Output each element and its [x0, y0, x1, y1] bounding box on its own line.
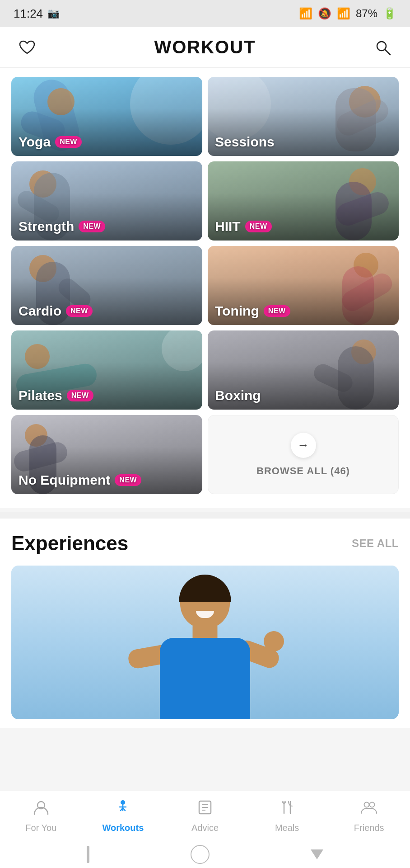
noequip-label: No Equipment NEW	[19, 472, 141, 488]
workout-grid: Yoga NEW Sessions	[11, 77, 399, 494]
experiences-title: Experiences	[11, 532, 128, 555]
friends-icon	[360, 799, 377, 820]
cardio-new-badge: NEW	[66, 305, 93, 317]
workout-card-pilates[interactable]: Pilates NEW	[11, 330, 202, 410]
strength-label: Strength NEW	[19, 219, 105, 234]
hiit-label: HIIT NEW	[215, 219, 272, 234]
svg-point-3	[121, 800, 125, 805]
experiences-section: Experiences SEE ALL	[0, 519, 410, 728]
bluetooth-icon: 📶	[299, 7, 312, 20]
workout-card-hiit[interactable]: HIIT NEW	[208, 161, 399, 241]
meals-icon	[279, 799, 296, 820]
strength-new-badge: NEW	[79, 221, 105, 232]
camera-icon: 📷	[47, 8, 60, 19]
mute-icon: 🔕	[318, 7, 331, 20]
nav-items: For You Workouts	[0, 791, 410, 841]
svg-line-1	[385, 49, 390, 55]
search-button[interactable]	[369, 34, 396, 61]
for-you-label: For You	[25, 823, 56, 833]
workouts-icon	[114, 799, 131, 820]
main-content: Yoga NEW Sessions	[0, 68, 410, 508]
favorite-button[interactable]	[14, 34, 41, 61]
bottom-nav: For You Workouts	[0, 791, 410, 868]
browse-all-card[interactable]: → BROWSE ALL (46)	[208, 415, 399, 494]
pilates-label: Pilates NEW	[19, 388, 93, 403]
wifi-icon: 📶	[337, 7, 350, 20]
nav-item-workouts[interactable]: Workouts	[82, 794, 164, 838]
workout-card-yoga[interactable]: Yoga NEW	[11, 77, 202, 156]
see-all-button[interactable]: SEE ALL	[352, 537, 399, 550]
experiences-card[interactable]	[11, 566, 399, 719]
workout-card-toning[interactable]: Toning NEW	[208, 246, 399, 325]
status-bar: 11:24 📷 📶 🔕 📶 87% 🔋	[0, 0, 410, 27]
friends-label: Friends	[354, 823, 384, 833]
nav-item-meals[interactable]: Meals	[246, 794, 328, 838]
status-time: 11:24	[14, 7, 43, 21]
browse-all-arrow-icon: →	[291, 433, 316, 458]
hiit-new-badge: NEW	[245, 221, 272, 232]
noequip-new-badge: NEW	[115, 474, 141, 486]
toning-label: Toning NEW	[215, 303, 290, 319]
nav-item-friends[interactable]: Friends	[328, 794, 410, 838]
cardio-label: Cardio NEW	[19, 303, 93, 319]
back-icon	[311, 849, 323, 859]
browse-all-label: BROWSE ALL (46)	[256, 465, 350, 477]
pilates-new-badge: NEW	[67, 390, 93, 401]
workout-card-noequip[interactable]: No Equipment NEW	[11, 415, 202, 494]
nav-item-advice[interactable]: Advice	[164, 794, 246, 838]
workouts-label: Workouts	[102, 823, 144, 833]
battery-text: 87%	[356, 7, 377, 20]
section-divider	[0, 512, 410, 519]
page-title: WORKOUT	[41, 37, 369, 57]
advice-label: Advice	[191, 823, 219, 833]
workout-card-sessions[interactable]: Sessions	[208, 77, 399, 156]
home-icon	[191, 845, 210, 864]
for-you-icon	[33, 799, 50, 820]
experiences-header: Experiences SEE ALL	[11, 532, 399, 555]
sessions-label: Sessions	[215, 134, 275, 150]
battery-icon: 🔋	[383, 7, 396, 20]
svg-point-14	[364, 802, 369, 807]
boxing-label: Boxing	[215, 388, 261, 403]
app-header: WORKOUT	[0, 27, 410, 68]
home-bar	[0, 841, 410, 868]
workout-card-boxing[interactable]: Boxing	[208, 330, 399, 410]
status-bar-left: 11:24 📷	[14, 7, 60, 21]
svg-point-15	[370, 802, 375, 807]
yoga-label: Yoga NEW	[19, 134, 82, 150]
workout-card-cardio[interactable]: Cardio NEW	[11, 246, 202, 325]
yoga-new-badge: NEW	[55, 136, 82, 148]
toning-new-badge: NEW	[264, 305, 290, 317]
meals-label: Meals	[275, 823, 299, 833]
menu-icon	[87, 846, 89, 863]
workout-card-strength[interactable]: Strength NEW	[11, 161, 202, 241]
experiences-card-bg	[11, 566, 399, 719]
status-bar-right: 📶 🔕 📶 87% 🔋	[299, 7, 396, 20]
advice-icon	[196, 799, 214, 820]
nav-item-for-you[interactable]: For You	[0, 794, 82, 838]
